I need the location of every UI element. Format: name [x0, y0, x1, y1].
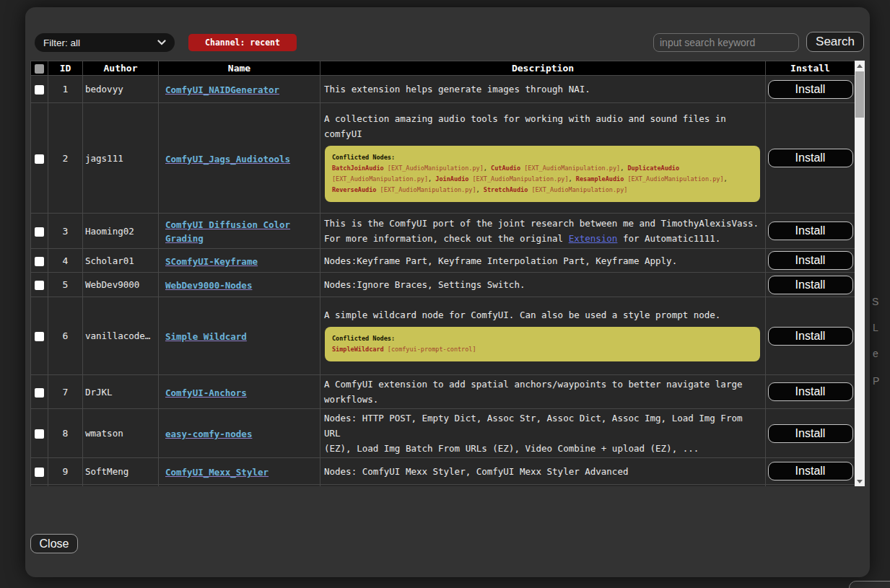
extension-id: 5 — [63, 279, 69, 290]
conflict-node-source: [comfyui-prompt-control] — [384, 346, 476, 353]
install-button[interactable]: Install — [768, 149, 853, 167]
conflict-node-source: [EXT_AudioManipulation.py] — [520, 164, 620, 172]
scrollbar-up-arrow-icon[interactable] — [855, 61, 865, 71]
extension-author: WebDev9000 — [85, 279, 139, 290]
extension-description: A simple wildcard node for ComfyUI. Can … — [324, 307, 762, 322]
extension-name-link[interactable]: WebDev9000-Nodes — [165, 280, 252, 291]
extension-description: Nodes:Keyframe Part, Keyframe Interpolat… — [324, 253, 762, 268]
extension-description: A collection amazing audio tools for wor… — [324, 111, 762, 141]
filter-select[interactable]: Filter: all — [35, 33, 175, 52]
install-button[interactable]: Install — [768, 276, 853, 294]
extension-description: A ComfyUI extension to add spatial ancho… — [324, 377, 762, 407]
extension-author: DrJKL — [85, 387, 113, 398]
conflict-node-source: [EXT_AudioManipulation.py] — [468, 175, 568, 183]
table-row: 4 Scholar01 SComfyUI-Keyframe Nodes:Keyf… — [31, 249, 855, 273]
extensions-table-body: 1 bedovyy ComfyUI_NAIDGenerator This ext… — [31, 76, 855, 487]
table-header-row: ID Author Name Description Install — [31, 61, 855, 76]
column-header-id: ID — [48, 61, 83, 76]
scrollbar-thumb[interactable] — [855, 71, 864, 118]
conflict-node-source: [EXT_AudioManipulation.py] — [528, 186, 627, 193]
conflict-node-name: BatchJoinAudio — [332, 164, 384, 172]
column-header-install: Install — [766, 61, 855, 76]
extension-author: Haoming02 — [85, 226, 134, 237]
conflict-node-source: [EXT_AudioManipulation.py] — [376, 186, 476, 193]
conflict-box: Conflicted Nodes: BatchJoinAudio [EXT_Au… — [325, 146, 760, 202]
row-checkbox[interactable] — [35, 388, 44, 398]
row-checkbox[interactable] — [35, 332, 44, 341]
install-button[interactable]: Install — [768, 251, 853, 270]
table-scrollbar[interactable] — [855, 61, 865, 486]
table-row: 7 DrJKL ComfyUI-Anchors A ComfyUI extens… — [31, 375, 855, 409]
conflict-node-name: ReverseAudio — [332, 186, 376, 193]
extension-name-link[interactable]: ComfyUI_Jags_Audiotools — [165, 154, 290, 164]
install-button[interactable]: Install — [768, 382, 853, 401]
conflict-title: Conflicted Nodes: — [332, 333, 753, 344]
extension-description: Nodes: HTTP POST, Empty Dict, Assoc Str,… — [324, 411, 762, 456]
conflict-node-name: StretchAudio — [484, 186, 528, 193]
install-button[interactable]: Install — [768, 327, 853, 346]
conflict-node-name: SimpleWildcard — [332, 346, 384, 353]
table-row: 3 Haoming02 ComfyUI Diffusion Color Grad… — [31, 214, 855, 249]
close-button[interactable]: Close — [30, 534, 78, 553]
row-checkbox[interactable] — [35, 429, 44, 439]
conflict-node-name: ResampleAudio — [576, 175, 624, 183]
conflict-box: Conflicted Nodes: SimpleWildcard [comfyu… — [325, 327, 760, 361]
row-checkbox[interactable] — [35, 227, 44, 237]
extension-id: 7 — [63, 387, 69, 398]
table-row: 9 SoftMeng ComfyUI_Mexx_Styler Nodes: Co… — [31, 458, 855, 485]
description-link[interactable]: Extension — [569, 233, 618, 244]
chevron-down-icon — [157, 40, 166, 45]
extension-name-link[interactable]: ComfyUI Diffusion Color Grading — [165, 219, 290, 244]
extension-id: 4 — [63, 255, 69, 266]
install-button[interactable]: Install — [768, 221, 853, 240]
background-text-fragment: L — [873, 322, 878, 333]
extension-author: bedovyy — [85, 84, 123, 95]
extension-id: 9 — [63, 466, 69, 477]
extension-author: vanillacode… — [85, 330, 150, 341]
table-row: 8 wmatson easy-comfy-nodes Nodes: HTTP P… — [31, 409, 855, 458]
extension-description: Nodes: ComfyUI Mexx Styler, ComfyUI Mexx… — [324, 464, 762, 479]
extension-description: This extension helps generate images thr… — [324, 82, 762, 97]
search-input[interactable] — [653, 33, 799, 52]
conflict-node-name: DuplicateAudio — [627, 164, 679, 172]
install-button[interactable]: Install — [768, 462, 853, 481]
background-text-fragment: e — [873, 348, 878, 359]
column-header-description: Description — [320, 61, 766, 76]
install-button[interactable]: Install — [768, 424, 853, 443]
extension-name-link[interactable]: ComfyUI_NAIDGenerator — [165, 84, 279, 95]
extension-id: 1 — [63, 84, 69, 95]
select-all-checkbox[interactable] — [35, 64, 44, 74]
conflict-node-source: [EXT_AudioManipulation.py] — [332, 175, 428, 183]
conflict-node-name: CutAudio — [491, 164, 520, 172]
extension-id: 3 — [63, 226, 69, 237]
row-checkbox[interactable] — [35, 281, 44, 290]
search-button[interactable]: Search — [806, 32, 864, 52]
background-text-fragment: P — [873, 375, 879, 387]
background-text-fragment: S — [872, 296, 878, 307]
extension-id: 8 — [63, 428, 69, 439]
scrollbar-down-arrow-icon[interactable] — [855, 476, 865, 486]
extension-name-link[interactable]: SComfyUI-Keyframe — [165, 256, 258, 267]
row-checkbox[interactable] — [35, 257, 44, 266]
extension-author: jags111 — [85, 153, 123, 164]
filter-select-value: Filter: all — [43, 38, 80, 48]
table-row: 10 zcfrank1st ComfyUI Yolov8 Nodes: Yolo… — [31, 485, 855, 487]
table-row: 6 vanillacode… Simple Wildcard A simple … — [31, 297, 855, 375]
conflict-list: BatchJoinAudio [EXT_AudioManipulation.py… — [332, 163, 753, 196]
extension-name-link[interactable]: Simple Wildcard — [165, 331, 247, 342]
row-checkbox[interactable] — [35, 85, 44, 95]
extensions-table: ID Author Name Description Install 1 bed… — [30, 61, 855, 486]
column-header-author: Author — [83, 61, 159, 76]
extension-name-link[interactable]: ComfyUI-Anchors — [165, 387, 247, 398]
row-checkbox[interactable] — [35, 468, 44, 477]
install-button[interactable]: Install — [768, 80, 853, 99]
extension-name-link[interactable]: easy-comfy-nodes — [165, 429, 252, 439]
row-checkbox[interactable] — [35, 154, 44, 164]
table-row: 5 WebDev9000 WebDev9000-Nodes Nodes:Igno… — [31, 273, 855, 297]
extension-author: SoftMeng — [85, 466, 128, 477]
extension-id: 2 — [63, 153, 69, 164]
channel-badge: Channel: recent — [188, 34, 297, 51]
extension-author: wmatson — [85, 428, 123, 439]
extension-id: 6 — [63, 330, 69, 341]
extension-name-link[interactable]: ComfyUI_Mexx_Styler — [165, 467, 269, 478]
